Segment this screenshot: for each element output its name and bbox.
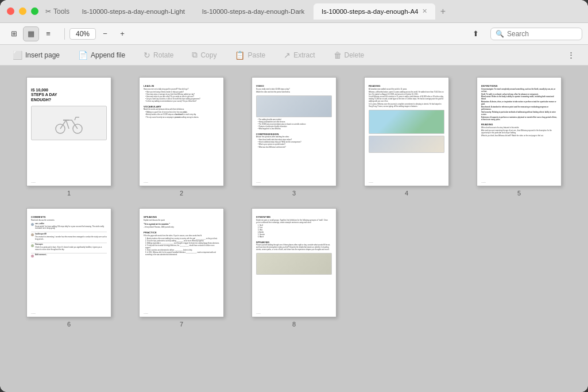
delete-label: Delete bbox=[345, 51, 365, 59]
copy-icon: ⧉ bbox=[192, 50, 198, 60]
tools-label-text: Tools bbox=[53, 7, 69, 16]
separator-1 bbox=[64, 28, 65, 40]
page-thumb-1[interactable]: IS 10,000STEPS A DAYENOUGH? bbox=[26, 77, 111, 186]
delete-button[interactable]: 🗑 Delete bbox=[330, 48, 368, 62]
scissors-icon: ✂ bbox=[45, 7, 51, 16]
tab-a4-label: ls-10000-steps-a-day-enough-A4 bbox=[322, 8, 418, 15]
content-area[interactable]: IS 10,000STEPS A DAYENOUGH? bbox=[0, 66, 588, 392]
page-thumb-7[interactable]: SPEAKING Explain and discuss the quote "… bbox=[139, 208, 224, 317]
page-num-3: 3 bbox=[292, 190, 296, 197]
page-6-footer: Footstep bbox=[31, 313, 107, 314]
extract-label: Extract bbox=[293, 51, 315, 59]
paste-icon: 📋 bbox=[235, 51, 245, 60]
actionbar-right: ⋮ bbox=[563, 48, 579, 63]
page-container-empty-2 bbox=[467, 208, 571, 328]
page-1-footer: Footstep bbox=[31, 182, 107, 183]
paste-label: Paste bbox=[247, 51, 265, 59]
page-num-6: 6 bbox=[67, 321, 71, 328]
titlebar: ✂ Tools ls-10000-steps-a-day-enough-Ligh… bbox=[0, 0, 588, 23]
page-thumb-8[interactable]: SYNONYMS Divide into pairs or small grou… bbox=[252, 208, 336, 317]
minus-icon: − bbox=[103, 29, 107, 38]
close-button[interactable] bbox=[7, 7, 14, 15]
view-controls: ⊞ ▦ ≡ bbox=[6, 26, 56, 41]
page-container-5: DEFINITIONS Circumnavigate: To travel co… bbox=[467, 77, 571, 197]
tab-light[interactable]: ls-10000-steps-a-day-enough-Light bbox=[74, 3, 193, 20]
search-input[interactable] bbox=[507, 30, 577, 38]
paste-button[interactable]: 📋 Paste bbox=[231, 48, 269, 62]
toolbar: ⊞ ▦ ≡ 40% − + ⬆ 🔍 bbox=[0, 23, 588, 45]
tab-light-label: ls-10000-steps-a-day-enough-Light bbox=[82, 8, 185, 15]
extract-icon: ↗ bbox=[284, 51, 291, 60]
page-3-footer: Footstep bbox=[256, 182, 332, 183]
pages-grid-row1: IS 10,000STEPS A DAYENOUGH? bbox=[17, 77, 571, 197]
extract-button[interactable]: ↗ Extract bbox=[280, 48, 318, 62]
page-container-empty-1 bbox=[355, 208, 458, 328]
trash-icon: 🗑 bbox=[334, 51, 342, 60]
actionbar: ⬜ Insert page 📄 Append file ↻ Rotate ⧉ C… bbox=[0, 45, 588, 66]
thumbnail-view-button[interactable]: ▦ bbox=[23, 26, 39, 41]
plus-icon: + bbox=[120, 29, 125, 38]
outline-button[interactable]: ≡ bbox=[40, 26, 56, 41]
sidebar-toggle-button[interactable]: ⊞ bbox=[6, 26, 22, 41]
tab-dark[interactable]: ls-10000-steps-a-day-enough-Dark bbox=[194, 3, 312, 20]
add-tab-button[interactable]: + bbox=[436, 5, 450, 18]
page-container-6: COMMENTS Read and discuss the comments u… bbox=[17, 208, 121, 328]
page-container-3: VIDEO Do you really need to take 10,000 … bbox=[242, 77, 346, 197]
tab-bar: ls-10000-steps-a-day-enough-Light ls-100… bbox=[74, 3, 581, 20]
page-5-footer: Footstep bbox=[481, 182, 557, 183]
tab-dark-label: ls-10000-steps-a-day-enough-Dark bbox=[202, 8, 304, 15]
page-num-8: 8 bbox=[292, 321, 296, 328]
append-file-button[interactable]: 📄 Append file bbox=[75, 48, 129, 62]
app-window: ✂ Tools ls-10000-steps-a-day-enough-Ligh… bbox=[0, 0, 588, 392]
page-thumb-5[interactable]: DEFINITIONS Circumnavigate: To travel co… bbox=[477, 77, 562, 186]
search-icon: 🔍 bbox=[496, 30, 504, 38]
page-4-footer: Footstep bbox=[369, 182, 444, 183]
minimize-button[interactable] bbox=[19, 7, 26, 15]
page-num-4: 4 bbox=[405, 190, 408, 197]
zoom-in-button[interactable]: + bbox=[114, 26, 130, 41]
tab-a4[interactable]: ls-10000-steps-a-day-enough-A4 ✕ bbox=[314, 3, 435, 20]
tab-close-icon[interactable]: ✕ bbox=[422, 7, 427, 15]
page-thumb-4[interactable]: READING A Canadian man walked around the… bbox=[364, 77, 449, 186]
page-container-7: SPEAKING Explain and discuss the quote "… bbox=[130, 208, 233, 328]
rotate-button[interactable]: ↻ Rotate bbox=[140, 48, 177, 62]
page-container-4: READING A Canadian man walked around the… bbox=[355, 77, 458, 197]
maximize-button[interactable] bbox=[31, 7, 38, 15]
insert-page-label: Insert page bbox=[25, 51, 60, 59]
zoom-out-button[interactable]: − bbox=[97, 26, 113, 41]
search-box: 🔍 bbox=[490, 28, 582, 40]
insert-page-icon: ⬜ bbox=[13, 51, 22, 60]
page-num-5: 5 bbox=[517, 190, 521, 197]
page-num-2: 2 bbox=[180, 190, 183, 197]
copy-button[interactable]: ⧉ Copy bbox=[188, 48, 220, 62]
page-thumb-3[interactable]: VIDEO Do you really need to take 10,000 … bbox=[252, 77, 336, 186]
tools-menu[interactable]: ✂ Tools bbox=[45, 7, 69, 16]
zoom-controls: 40% − + bbox=[69, 26, 130, 41]
page-container-8: SYNONYMS Divide into pairs or small grou… bbox=[242, 208, 346, 328]
share-icon: ⬆ bbox=[473, 29, 479, 38]
page-thumb-6[interactable]: COMMENTS Read and discuss the comments u… bbox=[26, 208, 111, 317]
page-2-footer: Footstep bbox=[144, 182, 219, 183]
rotate-label: Rotate bbox=[153, 51, 173, 59]
page-num-7: 7 bbox=[180, 321, 183, 328]
page-container-1: IS 10,000STEPS A DAYENOUGH? bbox=[17, 77, 121, 197]
page-container-2: LEAD-IN Have you ever set a daily step g… bbox=[130, 77, 233, 197]
sidebar-icon: ⊞ bbox=[11, 29, 17, 38]
share-button[interactable]: ⬆ bbox=[467, 26, 483, 41]
append-file-label: Append file bbox=[91, 51, 125, 59]
page-num-1: 1 bbox=[67, 190, 71, 197]
page-7-footer: Footstep bbox=[144, 313, 219, 314]
outline-icon: ≡ bbox=[46, 29, 51, 38]
zoom-value-display: 40% bbox=[69, 28, 96, 40]
rotate-icon: ↻ bbox=[144, 51, 150, 60]
thumbnail-icon: ▦ bbox=[28, 29, 34, 38]
copy-label: Copy bbox=[200, 51, 216, 59]
append-file-icon: 📄 bbox=[78, 51, 88, 60]
pages-grid-row2: COMMENTS Read and discuss the comments u… bbox=[17, 208, 571, 328]
insert-page-button[interactable]: ⬜ Insert page bbox=[9, 48, 63, 62]
window-controls bbox=[7, 7, 38, 15]
page-8-footer: Footstep bbox=[256, 313, 332, 314]
panel-toggle-button[interactable]: ⋮ bbox=[563, 48, 579, 63]
page-thumb-2[interactable]: LEAD-IN Have you ever set a daily step g… bbox=[139, 77, 224, 186]
